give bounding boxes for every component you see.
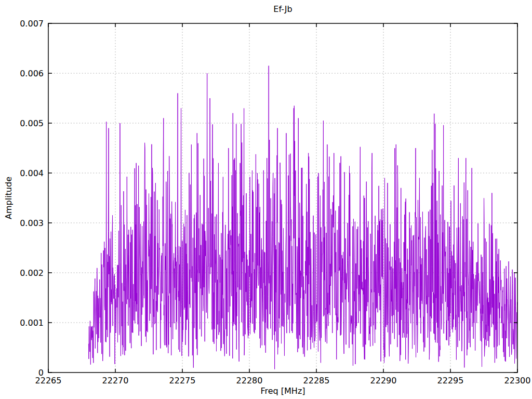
- y-tick-label: 0.006: [20, 69, 44, 78]
- x-tick-label: 22270: [102, 376, 129, 385]
- y-tick-label: 0.002: [20, 268, 44, 278]
- y-tick-label: 0.007: [20, 19, 44, 29]
- x-tick-label: 22295: [437, 376, 464, 385]
- x-tick-label: 22300: [504, 376, 531, 385]
- x-tick-label: 22280: [236, 376, 263, 385]
- spectrum-series-line: [88, 66, 517, 369]
- gnuplot-window: { "window": { "width": 1024, "height": 7…: [0, 0, 532, 399]
- x-tick-label: 22290: [370, 376, 397, 385]
- y-tick-label: 0.001: [20, 318, 44, 328]
- y-tick-label: 0.003: [20, 218, 44, 228]
- x-axis-label: Freq [MHz]: [48, 386, 517, 396]
- x-tick-label: 22275: [169, 376, 196, 385]
- y-tick-label: 0: [38, 368, 44, 378]
- y-tick-label: 0.004: [20, 168, 44, 178]
- x-tick-label: 22285: [303, 376, 330, 385]
- plot-canvas: 2226522270222752228022285222902229522300…: [0, 0, 532, 399]
- y-tick-label: 0.005: [20, 118, 44, 128]
